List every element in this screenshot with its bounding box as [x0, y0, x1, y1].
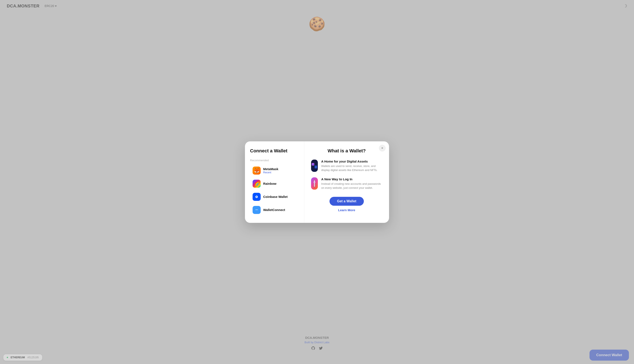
coinbase-icon [253, 193, 261, 201]
feature-login-text: A New Way to Log In Instead of creating … [321, 177, 382, 190]
learn-more-button[interactable]: Learn More [338, 208, 355, 212]
metamask-sub: Recent [263, 171, 278, 174]
svg-point-16 [314, 182, 315, 183]
modal-close-button[interactable]: × [379, 145, 386, 152]
coinbase-name: Coinbase Wallet [263, 195, 288, 198]
svg-rect-8 [313, 164, 314, 164]
recommended-label: Recommended [250, 159, 299, 162]
wallet-list-panel: Connect a Wallet Recommended 🦊 MetaMask … [245, 141, 304, 223]
modal-title: Connect a Wallet [250, 148, 299, 154]
walletconnect-icon [253, 206, 261, 214]
right-panel-title: What is a Wallet? [328, 148, 366, 154]
wallet-list: 🦊 MetaMask Recent 🌈 Rainbow [250, 164, 299, 216]
svg-rect-7 [312, 164, 313, 164]
feature2-desc: Instead of creating new accounts and pas… [321, 182, 382, 190]
svg-rect-9 [312, 164, 313, 165]
wallet-info-panel: What is a Wallet? [304, 141, 389, 223]
feature-list: A Home for your Digital Assets Wallets a… [311, 160, 382, 190]
get-wallet-button[interactable]: Get a Wallet [329, 197, 364, 206]
wallet-item-coinbase[interactable]: Coinbase Wallet [250, 191, 299, 203]
wallet-item-metamask[interactable]: 🦊 MetaMask Recent [250, 164, 299, 177]
feature1-desc: Wallets are used to send, receive, store… [321, 164, 382, 172]
rainbow-name: Rainbow [263, 182, 277, 186]
digital-assets-icon [311, 160, 318, 172]
metamask-icon: 🦊 [253, 166, 261, 174]
svg-rect-2 [256, 196, 257, 197]
modal-overlay: × Connect a Wallet Recommended 🦊 MetaMas… [0, 0, 634, 364]
svg-rect-6 [312, 163, 314, 165]
feature-login: A New Way to Log In Instead of creating … [311, 177, 382, 190]
wallet-item-rainbow[interactable]: 🌈 Rainbow [250, 178, 299, 190]
feature2-title: A New Way to Log In [321, 177, 382, 181]
login-icon [311, 177, 318, 190]
svg-rect-14 [314, 180, 315, 187]
rainbow-icon: 🌈 [253, 180, 261, 188]
feature1-title: A Home for your Digital Assets [321, 160, 382, 163]
connect-wallet-modal: × Connect a Wallet Recommended 🦊 MetaMas… [245, 141, 389, 223]
feature-digital-assets-text: A Home for your Digital Assets Wallets a… [321, 160, 382, 172]
walletconnect-name: WalletConnect [263, 208, 285, 212]
feature-digital-assets: A Home for your Digital Assets Wallets a… [311, 160, 382, 172]
metamask-info: MetaMask Recent [263, 167, 278, 174]
wallet-item-walletconnect[interactable]: WalletConnect [250, 204, 299, 216]
metamask-name: MetaMask [263, 167, 278, 171]
